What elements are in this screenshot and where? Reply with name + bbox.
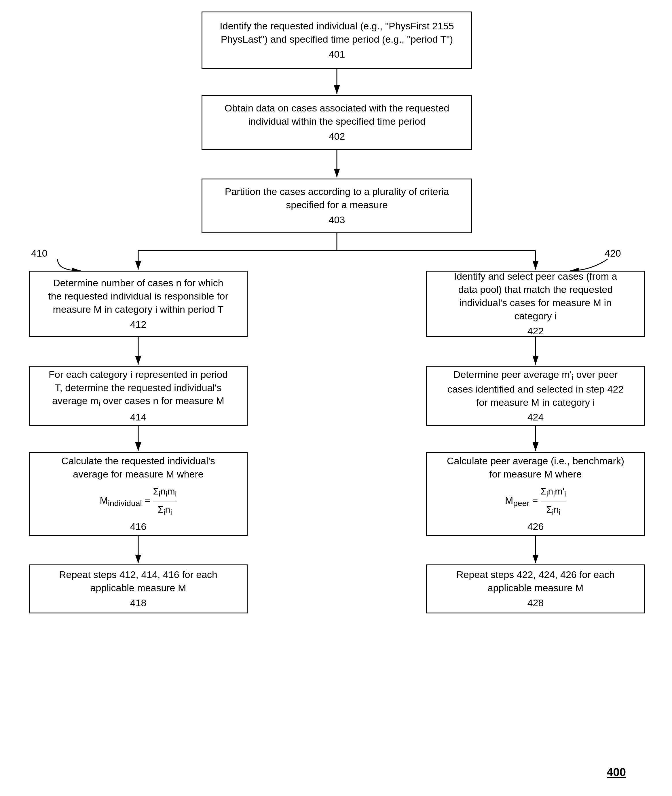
box-418-number: 418 <box>130 596 147 610</box>
box-428-label: Repeat steps 422, 424, 426 for eachappli… <box>456 568 615 595</box>
branch-label-420: 420 <box>605 248 621 259</box>
box-401: Identify the requested individual (e.g.,… <box>202 11 472 69</box>
box-412-number: 412 <box>130 318 147 331</box>
box-426: Calculate peer average (i.e., benchmark)… <box>426 452 645 536</box>
box-418-label: Repeat steps 412, 414, 416 for eachappli… <box>59 568 218 595</box>
box-426-number: 426 <box>528 520 544 533</box>
diagram-container: Identify the requested individual (e.g.,… <box>0 0 672 796</box>
box-414-label: For each category i represented in perio… <box>49 368 228 409</box>
box-403-label: Partition the cases according to a plura… <box>225 185 449 212</box>
box-424-number: 424 <box>528 411 544 424</box>
box-428-number: 428 <box>528 596 544 610</box>
box-402-number: 402 <box>329 130 345 143</box>
box-403: Partition the cases according to a plura… <box>202 179 472 233</box>
box-416-formula: Mindividual = Σinimi Σini <box>100 484 176 518</box>
box-403-number: 403 <box>329 213 345 227</box>
box-412: Determine number of cases n for whichthe… <box>29 271 248 337</box>
box-422-number: 422 <box>528 325 544 338</box>
box-426-formula: Mpeer = Σinim'i Σini <box>505 484 566 518</box>
box-401-number: 401 <box>329 48 345 61</box>
box-428: Repeat steps 422, 424, 426 for eachappli… <box>426 564 645 613</box>
box-416-label: Calculate the requested individual'saver… <box>61 455 215 481</box>
figure-number: 400 <box>606 766 626 779</box>
box-418: Repeat steps 412, 414, 416 for eachappli… <box>29 564 248 613</box>
box-414-number: 414 <box>130 411 147 424</box>
box-426-label: Calculate peer average (i.e., benchmark)… <box>447 455 624 481</box>
box-401-label: Identify the requested individual (e.g.,… <box>220 19 454 46</box>
box-416: Calculate the requested individual'saver… <box>29 452 248 536</box>
box-424-label: Determine peer average m'i over peercase… <box>447 368 624 409</box>
branch-label-410: 410 <box>31 248 48 259</box>
box-412-label: Determine number of cases n for whichthe… <box>48 277 228 316</box>
box-416-number: 416 <box>130 520 147 533</box>
box-424: Determine peer average m'i over peercase… <box>426 366 645 426</box>
box-402-label: Obtain data on cases associated with the… <box>225 102 450 128</box>
box-422-label: Identify and select peer cases (from ada… <box>454 270 617 323</box>
box-422: Identify and select peer cases (from ada… <box>426 271 645 337</box>
box-414: For each category i represented in perio… <box>29 366 248 426</box>
box-402: Obtain data on cases associated with the… <box>202 95 472 150</box>
